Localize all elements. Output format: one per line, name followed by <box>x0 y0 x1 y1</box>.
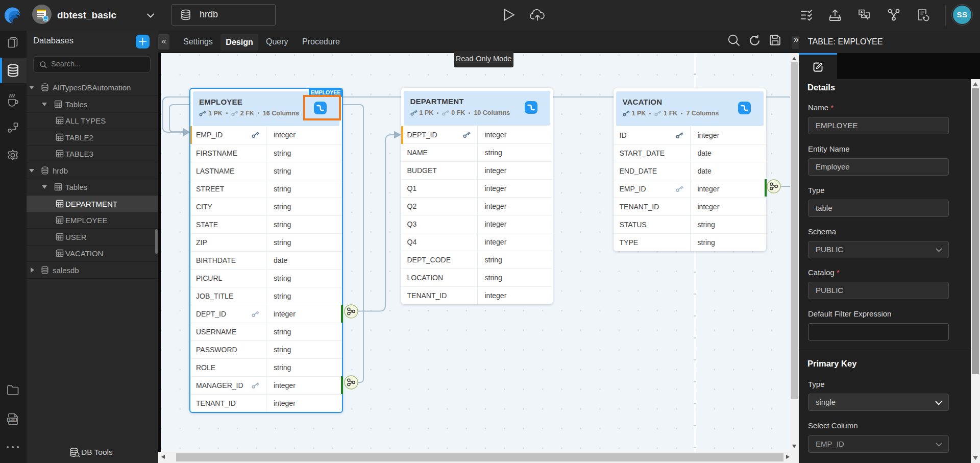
svg-text:LOG: LOG <box>9 418 15 421</box>
